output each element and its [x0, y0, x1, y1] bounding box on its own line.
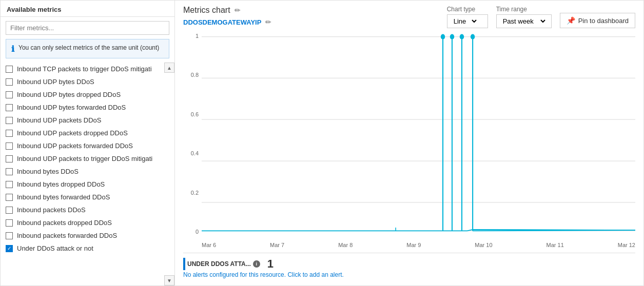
metric-list-item[interactable]: Inbound UDP packets to trigger DDoS miti…: [1, 152, 174, 165]
metric-list-item[interactable]: Inbound UDP packets forwarded DDoS: [1, 139, 174, 152]
metric-badge-value: 1: [267, 257, 274, 271]
svg-point-14: [471, 34, 475, 39]
metric-label: Inbound UDP bytes DDoS: [17, 78, 94, 86]
metric-list-item[interactable]: Inbound UDP packets dropped DDoS: [1, 127, 174, 139]
chart-type-group: Chart type LineBarArea: [447, 6, 488, 28]
metric-checkbox[interactable]: [6, 219, 13, 227]
x-axis-label: Mar 9: [406, 242, 421, 248]
filter-metrics-input[interactable]: [6, 21, 169, 35]
filter-input-wrap: [1, 17, 174, 39]
x-axis-label: Mar 8: [338, 242, 353, 248]
metric-label: Inbound TCP packets to trigger DDoS miti…: [17, 65, 152, 73]
x-axis-label: Mar 7: [270, 242, 284, 248]
chart-svg: [202, 30, 635, 237]
metric-label: Inbound UDP packets to trigger DDoS miti…: [17, 155, 152, 162]
chart-type-select[interactable]: LineBarArea: [452, 17, 478, 26]
metric-checkbox[interactable]: [6, 155, 13, 162]
info-icon: ℹ: [11, 44, 14, 54]
info-box-text: You can only select metrics of the same …: [18, 44, 159, 52]
metric-checkbox[interactable]: [6, 207, 13, 214]
metric-list-item[interactable]: Inbound packets dropped DDoS: [1, 216, 174, 229]
time-range-label: Time range: [496, 6, 552, 13]
metric-label: Inbound packets DDoS: [17, 206, 86, 214]
metric-list-item[interactable]: Inbound UDP packets DDoS: [1, 114, 174, 127]
metric-list-item[interactable]: Inbound packets DDoS: [1, 203, 174, 216]
metric-label: Inbound packets forwarded DDoS: [17, 232, 117, 239]
chart-type-label: Chart type: [447, 6, 488, 13]
metric-checkbox[interactable]: [6, 168, 13, 175]
scroll-down-arrow[interactable]: ▼: [164, 275, 174, 285]
chart-type-select-wrap[interactable]: LineBarArea: [447, 14, 488, 28]
y-axis-label: 0.6: [183, 111, 199, 117]
metric-checkbox[interactable]: [6, 232, 13, 239]
metric-label: Inbound UDP packets dropped DDoS: [17, 129, 128, 137]
right-panel: Metrics chart ✏ DDOSDEMOGATEWAYIP ✏ Char…: [175, 1, 643, 285]
pin-to-dashboard-button[interactable]: 📌 Pin to dashboard: [560, 13, 635, 28]
metric-list-item[interactable]: Inbound TCP packets to trigger DDoS miti…: [1, 63, 174, 75]
info-box: ℹ You can only select metrics of the sam…: [6, 39, 169, 58]
metric-checkbox[interactable]: [6, 142, 13, 150]
bottom-bar: UNDER DDOS ATTA... i 1 No alerts configu…: [183, 253, 635, 280]
metric-checkbox[interactable]: [6, 78, 13, 86]
time-range-select-wrap[interactable]: Past weekPast dayPast hourPast month: [496, 14, 552, 28]
metric-checkbox[interactable]: [6, 91, 13, 98]
x-axis-label: Mar 10: [475, 242, 492, 248]
y-axis-label: 0.8: [183, 72, 199, 78]
metric-list-item[interactable]: Under DDoS attack or not: [1, 242, 174, 255]
metric-label: Inbound UDP bytes dropped DDoS: [17, 91, 121, 98]
metric-list-item[interactable]: Inbound bytes DDoS: [1, 165, 174, 178]
chart-title-edit-icon[interactable]: ✏: [235, 6, 241, 14]
metric-badge-name: UNDER DDOS ATTA...: [187, 260, 251, 268]
metric-label: Inbound packets dropped DDoS: [17, 219, 112, 227]
x-axis-label: Mar 6: [202, 242, 216, 248]
chart-area: 10.80.60.40.20: [183, 30, 635, 253]
metric-checkbox[interactable]: [6, 66, 13, 73]
metric-list-item[interactable]: Inbound UDP bytes forwarded DDoS: [1, 101, 174, 114]
y-axis-labels: 10.80.60.40.20: [183, 30, 199, 237]
metric-checkbox[interactable]: [6, 117, 13, 124]
svg-point-10: [450, 34, 454, 39]
metric-info-icon[interactable]: i: [253, 260, 260, 268]
svg-point-12: [460, 34, 464, 39]
metric-list-item[interactable]: Inbound bytes forwarded DDoS: [1, 191, 174, 203]
resource-row: DDOSDEMOGATEWAYIP ✏: [183, 18, 271, 26]
metric-label: Under DDoS attack or not: [17, 244, 93, 252]
metric-label: Inbound UDP bytes forwarded DDoS: [17, 104, 126, 111]
y-axis-label: 0.2: [183, 190, 199, 196]
metric-checkbox[interactable]: [6, 104, 13, 111]
add-alert-link[interactable]: No alerts configured for this resource. …: [183, 271, 344, 278]
resource-edit-icon[interactable]: ✏: [265, 18, 271, 26]
metric-list-item[interactable]: Inbound packets forwarded DDoS: [1, 229, 174, 242]
time-range-select[interactable]: Past weekPast dayPast hourPast month: [501, 17, 547, 26]
metric-checkbox[interactable]: [6, 181, 13, 188]
metric-label: Inbound bytes DDoS: [17, 168, 79, 175]
metrics-list: Inbound TCP packets to trigger DDoS miti…: [1, 63, 174, 285]
metric-checkbox[interactable]: [6, 194, 13, 201]
alert-text-row: No alerts configured for this resource. …: [183, 271, 635, 278]
x-axis: Mar 6Mar 7Mar 8Mar 9Mar 10Mar 11Mar 12: [202, 237, 635, 253]
badge-color-bar: [183, 258, 185, 270]
svg-point-8: [441, 34, 445, 39]
metric-list-item[interactable]: Inbound bytes dropped DDoS: [1, 178, 174, 191]
chart-title: Metrics chart: [183, 6, 230, 15]
y-axis-label: 0: [183, 229, 199, 235]
metric-checkbox[interactable]: [6, 245, 13, 252]
chart-inner: [202, 30, 635, 237]
metric-label: Inbound bytes dropped DDoS: [17, 180, 105, 188]
time-range-group: Time range Past weekPast dayPast hourPas…: [496, 6, 552, 28]
resource-name: DDOSDEMOGATEWAYIP: [183, 18, 261, 26]
pin-icon: 📌: [567, 16, 575, 25]
left-panel: Available metrics ℹ You can only select …: [1, 1, 175, 285]
metric-label: Inbound bytes forwarded DDoS: [17, 193, 110, 201]
metric-list-item[interactable]: Inbound UDP bytes dropped DDoS: [1, 88, 174, 101]
chart-header: Metrics chart ✏: [183, 6, 271, 15]
metric-checkbox[interactable]: [6, 130, 13, 137]
x-axis-label: Mar 11: [547, 242, 564, 248]
y-axis-label: 0.4: [183, 150, 199, 156]
metric-label: Inbound UDP packets DDoS: [17, 116, 102, 124]
scroll-up-arrow[interactable]: ▲: [164, 63, 174, 73]
y-axis-label: 1: [183, 33, 199, 39]
pin-label: Pin to dashboard: [578, 17, 629, 25]
metric-list-item[interactable]: Inbound UDP bytes DDoS: [1, 75, 174, 88]
available-metrics-header: Available metrics: [1, 1, 174, 17]
